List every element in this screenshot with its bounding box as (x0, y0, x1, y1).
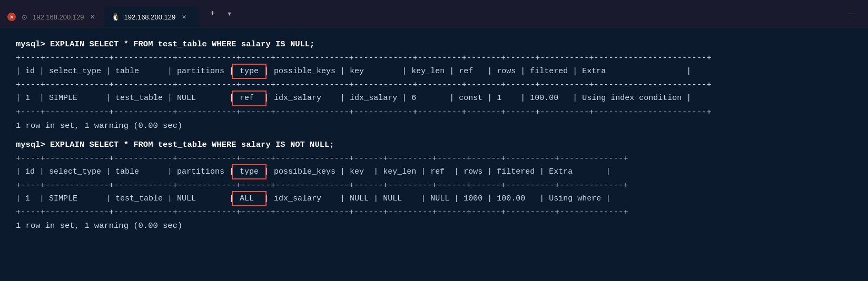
command-1: mysql> EXPLAIN SELECT * FROM test_table … (16, 38, 852, 51)
tab-1-title: 192.168.200.129 (33, 13, 84, 21)
header-row-1: | id | select_type | table | partitions … (16, 64, 852, 78)
highlight-all-2: ALL (232, 191, 267, 206)
new-tab-button[interactable]: + (205, 6, 220, 21)
explain-block-1: mysql> EXPLAIN SELECT * FROM test_table … (16, 38, 852, 132)
separator-1-mid: +----+-------------+------------+-------… (16, 78, 852, 91)
data-row-2: | 1 | SIMPLE | test_table | NULL | ALL |… (16, 192, 852, 206)
tab-2-linux-icon: 🐧 (112, 13, 120, 21)
tab-1-icon: ⊙ (20, 13, 28, 21)
header-row-2: | id | select_type | table | partitions … (16, 165, 852, 179)
tab-2[interactable]: 🐧 192.168.200.129 ✕ (104, 7, 199, 27)
separator-2-bot: +----+-------------+------------+-------… (16, 206, 852, 218)
tab-bar: ✕ ⊙ 192.168.200.129 ✕ 🐧 192.168.200.129 … (0, 0, 843, 27)
separator-1-bot: +----+-------------+------------+-------… (16, 106, 852, 118)
highlight-ref-1: ref (232, 91, 267, 106)
highlight-type-header-2: type (232, 164, 267, 179)
tab-error-icon[interactable]: ✕ (7, 13, 16, 21)
tab-1[interactable]: ✕ ⊙ 192.168.200.129 ✕ (0, 7, 104, 27)
tab-2-close[interactable]: ✕ (180, 13, 188, 21)
separator-2-mid: +----+-------------+------------+-------… (16, 179, 852, 192)
tab-2-title: 192.168.200.129 (124, 13, 176, 21)
highlight-type-header-1: type (232, 64, 267, 79)
command-2: mysql> EXPLAIN SELECT * FROM test_table … (16, 138, 852, 151)
tab-1-close[interactable]: ✕ (88, 13, 97, 21)
separator-2-top: +----+-------------+------------+-------… (16, 152, 852, 165)
browser-chrome: ✕ ⊙ 192.168.200.129 ✕ 🐧 192.168.200.129 … (0, 0, 868, 27)
data-row-1: | 1 | SIMPLE | test_table | NULL | ref |… (16, 91, 852, 105)
minimize-button[interactable]: — (843, 5, 860, 22)
explain-block-2: mysql> EXPLAIN SELECT * FROM test_table … (16, 138, 852, 233)
separator-1-top: +----+-------------+------------+-------… (16, 52, 852, 64)
window-controls: — (843, 5, 868, 22)
tab-actions: + ▾ (199, 0, 243, 27)
result-2: 1 row in set, 1 warning (0.00 sec) (16, 219, 852, 232)
result-1: 1 row in set, 1 warning (0.00 sec) (16, 119, 852, 132)
tab-dropdown-button[interactable]: ▾ (222, 6, 237, 21)
terminal: mysql> EXPLAIN SELECT * FROM test_table … (0, 27, 868, 281)
